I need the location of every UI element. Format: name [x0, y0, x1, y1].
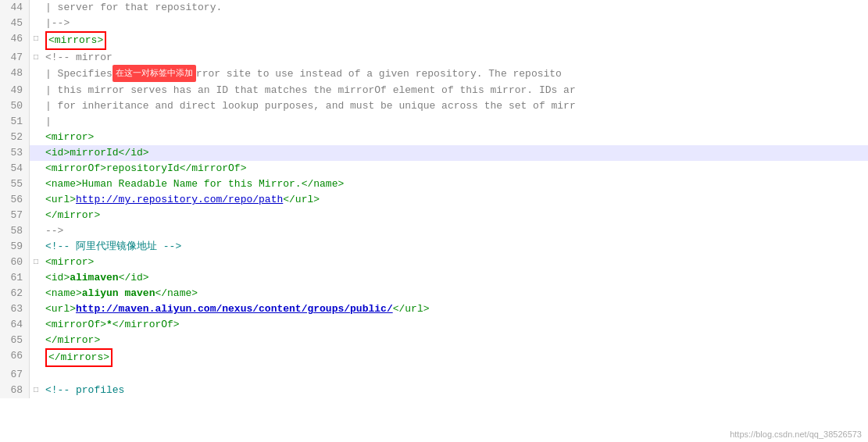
fold-icon[interactable]: □	[30, 255, 42, 270]
tag-text: <id>	[45, 272, 70, 283]
line-content: <!-- 阿里代理镜像地址 -->	[42, 239, 868, 255]
line-content: <name>Human Readable Name for this Mirro…	[42, 176, 868, 192]
comment-text: <!-- mirror	[45, 52, 113, 63]
code-line: 61 <id>alimaven</id>	[0, 270, 868, 286]
code-line: 46□<mirrors>	[0, 31, 868, 50]
fold-icon	[30, 367, 42, 383]
line-content: <mirror>	[42, 130, 868, 145]
line-number: 49	[0, 83, 30, 98]
line-content: |-->	[42, 16, 868, 31]
line-number: 60	[0, 255, 30, 270]
fold-icon	[30, 66, 42, 83]
code-line: 47□ <!-- mirror	[0, 50, 868, 66]
code-container: 44 | server for that repository.45 |-->4…	[0, 0, 868, 442]
line-content: | server for that repository.	[42, 0, 868, 16]
fold-icon	[30, 286, 42, 301]
line-content: <mirrorOf>*</mirrorOf>	[42, 317, 868, 333]
tag-text: <mirrorOf>	[45, 319, 106, 330]
line-content: <!-- profiles	[42, 383, 868, 398]
line-number: 46	[0, 31, 30, 50]
fold-icon[interactable]: □	[30, 31, 42, 50]
boxed-tag: </mirrors>	[45, 348, 113, 367]
fold-icon	[30, 16, 42, 31]
line-number: 63	[0, 301, 30, 317]
url-link[interactable]: http://my.repository.com/repo/path	[76, 194, 283, 205]
line-number: 53	[0, 145, 30, 161]
tag-text: <mirror>	[45, 131, 94, 143]
code-line: 56 <url>http://my.repository.com/repo/pa…	[0, 192, 868, 208]
comment-text: |	[45, 116, 52, 127]
tag-text: <id>mirrorId</id>	[45, 147, 149, 159]
code-line: 64 <mirrorOf>*</mirrorOf>	[0, 317, 868, 333]
fold-icon	[30, 348, 42, 367]
line-number: 55	[0, 176, 30, 192]
line-number: 45	[0, 16, 30, 31]
line-content: </mirrors>	[42, 348, 868, 367]
tag-text: </url>	[393, 303, 430, 315]
line-content: | this mirror serves has an ID that matc…	[42, 83, 868, 98]
line-number: 64	[0, 317, 30, 333]
fold-icon	[30, 301, 42, 317]
fold-icon	[30, 130, 42, 145]
code-line: 44 | server for that repository.	[0, 0, 868, 16]
fold-icon	[30, 208, 42, 223]
code-line: 58 -->	[0, 223, 868, 239]
comment-text: | Specifies	[45, 68, 113, 80]
tag-text: </mirrorOf>	[113, 319, 180, 330]
tag-bold-value: aliyun maven	[82, 287, 155, 299]
tag-text: <url>	[45, 303, 76, 315]
line-content: |	[42, 114, 868, 130]
line-number: 47	[0, 50, 30, 66]
tag-text: <name>Human Readable Name for this Mirro…	[45, 178, 344, 190]
code-line: 59 <!-- 阿里代理镜像地址 -->	[0, 239, 868, 255]
code-line: 67	[0, 367, 868, 383]
tag-text: </url>	[283, 194, 320, 205]
line-content: <mirrorOf>repositoryId</mirrorOf>	[42, 161, 868, 176]
line-number: 62	[0, 286, 30, 301]
fold-icon[interactable]: □	[30, 383, 42, 398]
code-line: 65 </mirror>	[0, 333, 868, 348]
line-number: 67	[0, 367, 30, 383]
fold-icon	[30, 83, 42, 98]
line-number: 51	[0, 114, 30, 130]
code-line: 62 <name>aliyun maven</name>	[0, 286, 868, 301]
comment-text: | for inheritance and direct lookup purp…	[45, 100, 576, 112]
fold-icon	[30, 223, 42, 239]
comment-text: | this mirror serves has an ID that matc…	[45, 84, 576, 96]
code-line: 50 | for inheritance and direct lookup p…	[0, 98, 868, 114]
fold-icon	[30, 317, 42, 333]
comment-text: |-->	[45, 17, 70, 29]
fold-icon	[30, 176, 42, 192]
line-number: 58	[0, 223, 30, 239]
fold-icon	[30, 114, 42, 130]
url-link-bold[interactable]: http://maven.aliyun.com/nexus/content/gr…	[76, 303, 393, 315]
comment-text: rror site to use instead of a given repo…	[196, 68, 562, 80]
tooltip-label: 在这一对标签中添加	[113, 65, 196, 82]
line-content: <!-- mirror	[42, 50, 868, 66]
line-content: <url>http://my.repository.com/repo/path<…	[42, 192, 868, 208]
line-number: 54	[0, 161, 30, 176]
line-content: <url>http://maven.aliyun.com/nexus/conte…	[42, 301, 868, 317]
code-line: 55 <name>Human Readable Name for this Mi…	[0, 176, 868, 192]
code-line: 51 |	[0, 114, 868, 130]
code-line: 68□ <!-- profiles	[0, 383, 868, 398]
line-number: 48	[0, 66, 30, 83]
tag-bold-value: alimaven	[70, 272, 118, 283]
comment-text: | server for that repository.	[45, 2, 222, 13]
fold-icon[interactable]: □	[30, 50, 42, 66]
line-number: 44	[0, 0, 30, 16]
fold-icon	[30, 0, 42, 16]
line-content: | for inheritance and direct lookup purp…	[42, 98, 868, 114]
code-line: 54 <mirrorOf>repositoryId</mirrorOf>	[0, 161, 868, 176]
line-content: </mirror>	[42, 333, 868, 348]
fold-icon	[30, 270, 42, 286]
fold-icon	[30, 192, 42, 208]
line-number: 52	[0, 130, 30, 145]
fold-icon	[30, 98, 42, 114]
line-content: <name>aliyun maven</name>	[42, 286, 868, 301]
boxed-tag: <mirrors>	[45, 31, 106, 50]
comment-cn-text: <!-- 阿里代理镜像地址 -->	[45, 241, 181, 252]
line-content: <id>mirrorId</id>	[42, 145, 868, 161]
line-number: 57	[0, 208, 30, 223]
fold-icon	[30, 239, 42, 255]
